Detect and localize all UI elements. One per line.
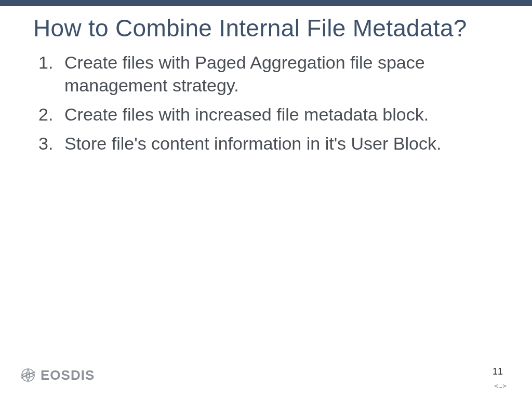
slide-content: How to Combine Internal File Metadata? C… xyxy=(0,6,532,155)
logo-text: EOSDIS xyxy=(41,367,95,383)
nav-marker: <…> xyxy=(494,382,507,390)
list-item: Store file's content information in it's… xyxy=(33,132,499,155)
slide-title: How to Combine Internal File Metadata? xyxy=(33,14,499,44)
logo: EOSDIS xyxy=(20,367,95,383)
globe-icon xyxy=(20,367,36,383)
list-item: Create files with increased file metadat… xyxy=(33,103,499,126)
top-accent-bar xyxy=(0,0,532,6)
page-number: 11 xyxy=(493,366,503,377)
steps-list: Create files with Paged Aggregation file… xyxy=(33,51,499,155)
list-item: Create files with Paged Aggregation file… xyxy=(33,51,499,97)
